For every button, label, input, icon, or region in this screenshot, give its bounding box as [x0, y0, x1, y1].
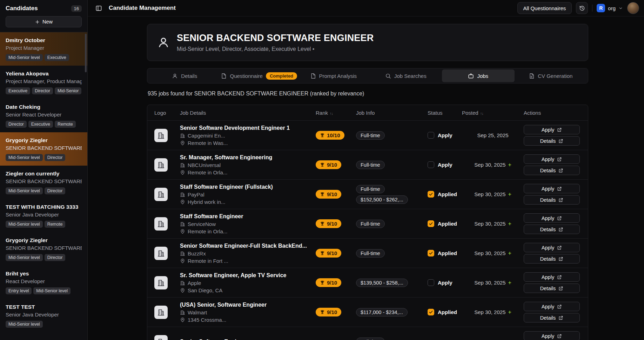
details-button[interactable]: Details — [524, 136, 580, 146]
column-header-posted[interactable]: Posted↑↓ — [462, 110, 524, 116]
column-header-rank[interactable]: Rank↑↓ — [316, 110, 356, 116]
apply-button-label: Apply — [542, 127, 554, 133]
candidate-tag: Executive — [28, 121, 53, 128]
job-info-pill: Full-time — [356, 338, 385, 340]
candidate-role: SENIOR BACKEND SOFTWARE — [6, 145, 82, 151]
apply-checkbox[interactable] — [428, 250, 434, 256]
tab-questionnaire[interactable]: QuestionnaireCompleted — [221, 69, 297, 82]
details-button[interactable]: Details — [524, 195, 580, 205]
details-button[interactable]: Details — [524, 166, 580, 175]
candidate-name: Dmitry October — [6, 37, 82, 44]
new-candidate-button[interactable]: New — [6, 16, 82, 27]
posted-plus-icon[interactable]: + — [508, 309, 511, 315]
job-location-text: Remote in Orla... — [188, 169, 227, 175]
posted-date: Sep 30, 2025 — [474, 309, 505, 315]
candidate-name: Grygoriy Ziegler — [6, 137, 82, 144]
candidate-tag: Remote — [55, 121, 76, 128]
tab-details[interactable]: Details — [148, 69, 221, 82]
candidate-list-item[interactable]: Grygoriy ZieglerSENIOR BACKEND SOFTWAREM… — [0, 232, 87, 266]
user-avatar[interactable] — [627, 2, 639, 14]
candidates-title: Candidates — [6, 5, 38, 12]
details-button[interactable]: Details — [524, 254, 580, 264]
candidate-name: Ziegler con currently — [6, 171, 82, 177]
topbar-divider — [592, 5, 592, 12]
history-button[interactable] — [576, 2, 588, 14]
status-label: Applied — [438, 250, 457, 256]
apply-button[interactable]: Apply — [524, 184, 580, 193]
apply-button[interactable]: Apply — [524, 243, 580, 252]
location-pin-icon — [180, 288, 185, 293]
apply-button-label: Apply — [542, 245, 554, 251]
apply-checkbox[interactable] — [428, 220, 434, 227]
org-logo: R — [597, 4, 605, 12]
panel-left-icon — [95, 5, 102, 12]
candidate-list-item[interactable]: Yeliena AkopovaProject Manager, Product … — [0, 66, 87, 99]
tab-prompt-analysis[interactable]: Prompt Analysis — [297, 69, 369, 82]
candidate-list-item[interactable]: Ziegler con currentlySENIOR BACKEND SOFT… — [0, 166, 87, 199]
candidate-name: Date Cheking — [6, 104, 82, 110]
job-location-text: 1345 Crossma... — [188, 317, 226, 323]
apply-button[interactable]: Apply — [524, 125, 580, 134]
org-menu[interactable]: R org — [597, 4, 623, 12]
job-title: Senior Software Development Engineer 1 — [180, 125, 309, 131]
external-link-icon — [558, 139, 563, 144]
candidate-list-item[interactable]: TEST TESTSenior Java DeveloperMid-Senior… — [0, 299, 87, 332]
candidate-name: TEST WITH BATCHING 3333 — [6, 204, 82, 210]
external-link-icon — [557, 275, 562, 280]
candidate-list-item[interactable]: Date ChekingSenior React DeveloperDirect… — [0, 99, 87, 132]
apply-button[interactable]: Apply — [524, 213, 580, 223]
posted-plus-icon[interactable]: + — [508, 221, 511, 227]
tab-label: CV Generation — [538, 73, 572, 79]
sidebar-toggle-button[interactable] — [93, 2, 105, 14]
candidate-list-item[interactable]: Dmitry OctoberProject ManagerMid-Senior … — [0, 32, 87, 66]
job-title: Staff Software Engineer — [180, 213, 309, 220]
job-company: Capgemini En... — [180, 133, 309, 139]
details-button[interactable]: Details — [524, 313, 580, 322]
apply-button[interactable]: Apply — [524, 302, 580, 311]
candidate-list-item[interactable]: Briht yesReact DeveloperEntry levelMid-S… — [0, 266, 87, 299]
posted-plus-icon[interactable]: + — [508, 250, 511, 256]
posted-plus-icon[interactable]: + — [508, 280, 511, 286]
details-button[interactable]: Details — [524, 225, 580, 234]
sidebar-scrollbar[interactable] — [85, 34, 87, 72]
job-company: NBCUniversal — [180, 162, 309, 168]
candidate-tag: Executive — [45, 54, 69, 61]
posted-plus-icon[interactable]: + — [508, 162, 511, 168]
tab-jobs[interactable]: Jobs — [442, 69, 514, 82]
new-button-label: New — [42, 19, 53, 25]
job-company: Walmart — [180, 309, 309, 315]
candidate-list-item[interactable]: Grygoriy ZieglerSENIOR BACKEND SOFTWAREM… — [0, 132, 87, 166]
candidate-tag: Mid-Senior level — [6, 54, 43, 61]
tab-job-searches[interactable]: Job Searches — [370, 69, 442, 82]
candidate-list-item[interactable]: TEST WITH BATCHING 3333Senior Java Devel… — [0, 199, 87, 232]
details-button[interactable]: Details — [524, 284, 580, 293]
topbar: Candidate Management All Questionnaires … — [88, 0, 644, 16]
candidate-role: Senior Java Developer — [6, 312, 82, 318]
location-pin-icon — [180, 317, 185, 322]
job-company: PayPal — [180, 192, 309, 198]
job-row: Sr. Manager, Software EngineeringNBCUniv… — [147, 150, 588, 179]
apply-button[interactable]: Apply — [524, 272, 580, 282]
topbar-right: All Questionnaires R org — [517, 2, 639, 14]
apply-checkbox[interactable] — [428, 279, 434, 286]
document-icon — [310, 73, 316, 79]
apply-checkbox[interactable] — [428, 161, 434, 168]
details-button-label: Details — [540, 168, 556, 173]
tab-cv-generation[interactable]: CV Generation — [515, 69, 587, 82]
candidate-tag: Director — [32, 87, 53, 94]
all-questionnaires-button[interactable]: All Questionnaires — [517, 2, 572, 14]
apply-checkbox[interactable] — [428, 132, 434, 139]
apply-checkbox[interactable] — [428, 191, 434, 198]
building-icon — [180, 221, 185, 227]
candidate-tag: Director — [45, 254, 66, 261]
trophy-icon — [320, 280, 325, 285]
apply-checkbox[interactable] — [428, 309, 434, 315]
candidates-count-badge: 16 — [71, 5, 82, 12]
job-location: San Diego, CA — [180, 287, 309, 293]
status-label: Applied — [438, 309, 457, 315]
rank-badge: 9/10 — [316, 249, 341, 258]
posted-plus-icon[interactable]: + — [508, 191, 511, 198]
candidate-tag: Director — [45, 154, 66, 161]
apply-button[interactable]: Apply — [524, 154, 580, 164]
apply-button[interactable]: Apply — [524, 331, 580, 340]
